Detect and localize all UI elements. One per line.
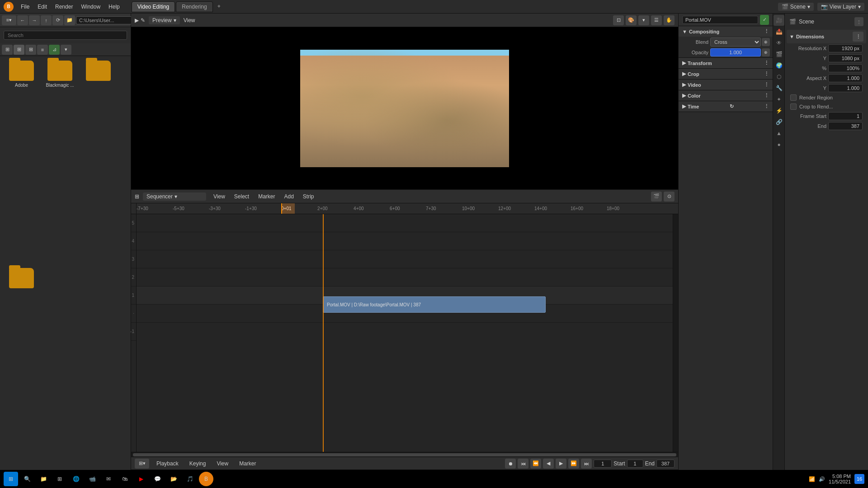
aspect-y-value[interactable]: 1.000: [828, 84, 863, 92]
menu-render[interactable]: Render: [52, 3, 76, 11]
props-icon-object[interactable]: ⬡: [774, 71, 784, 82]
taskbar-files-button[interactable]: 📁: [36, 472, 51, 486]
sequencer-mode-selector[interactable]: Sequencer ▾: [143, 192, 206, 201]
nav-back-button[interactable]: ←: [17, 15, 28, 25]
frame-start-value[interactable]: 1: [828, 112, 863, 120]
props-options-button[interactable]: ⋮: [854, 17, 863, 26]
taskbar-widgets-button[interactable]: ⊞: [52, 472, 67, 486]
time-header[interactable]: ▶ Time ↻ ⋮: [679, 101, 773, 112]
props-icon-world[interactable]: 🌍: [774, 60, 784, 71]
list-item[interactable]: Adobe: [5, 61, 38, 263]
blend-select[interactable]: Cross: [710, 38, 761, 47]
play-button[interactable]: ▶: [556, 459, 566, 469]
taskbar-meet-button[interactable]: 📹: [85, 472, 99, 486]
compositing-section-header[interactable]: ▼ Compositing ⋮: [679, 26, 773, 37]
timeline-editor-icon[interactable]: ⊞▾: [135, 459, 149, 469]
props-icon-particles[interactable]: ✦: [774, 94, 784, 105]
blender-logo-icon[interactable]: B: [4, 2, 14, 12]
props-icon-view[interactable]: 👁: [774, 38, 784, 48]
nav-up-button[interactable]: ↑: [41, 15, 52, 25]
nav-forward-button[interactable]: →: [29, 15, 40, 25]
list-item[interactable]: [5, 268, 38, 466]
list-item[interactable]: Blackmagic ...: [43, 61, 77, 263]
seq-menu-add[interactable]: Add: [281, 192, 297, 201]
taskbar-search-button[interactable]: 🔍: [20, 472, 34, 486]
taskbar-store-button[interactable]: 🛍: [118, 472, 132, 486]
taskbar-start-button[interactable]: ⊞: [4, 472, 18, 486]
dimensions-header[interactable]: ▼ Dimensions ⋮: [787, 30, 866, 43]
view-list-button[interactable]: ⊞: [2, 45, 13, 55]
step-forward-button[interactable]: ⏩: [568, 459, 579, 469]
timeline-view-menu[interactable]: View: [213, 460, 232, 468]
taskbar-mail-button[interactable]: ✉: [101, 472, 116, 486]
video-clip[interactable]: Portal.MOV | D:\Raw footage\Portal.MOV |…: [323, 296, 546, 313]
create-folder-button[interactable]: 📁: [64, 15, 75, 25]
end-frame-input[interactable]: [656, 460, 675, 468]
viewlayer-selector[interactable]: 📷 View Layer ▾: [817, 3, 864, 11]
video-header[interactable]: ▶ Video ⋮: [679, 80, 773, 90]
seq-menu-marker[interactable]: Marker: [255, 192, 278, 201]
percent-value[interactable]: 100%: [828, 64, 863, 72]
opacity-value[interactable]: 1.000: [710, 48, 761, 56]
display-channels-button[interactable]: 🎨: [626, 15, 637, 25]
play-begin-button[interactable]: ⏮: [518, 459, 528, 469]
props-icon-material[interactable]: ●: [774, 139, 784, 150]
timeline-marker-menu[interactable]: Marker: [236, 460, 259, 468]
timeline-playback-menu[interactable]: Playback: [153, 460, 182, 468]
props-icon-output[interactable]: 📤: [774, 26, 784, 37]
strip-name-input[interactable]: [682, 16, 758, 24]
props-icon-physics[interactable]: ⚡: [774, 105, 784, 116]
add-workspace-button[interactable]: +: [214, 1, 224, 12]
gizmo-button[interactable]: ✋: [664, 15, 675, 25]
editor-type-selector[interactable]: ▶ ✎: [135, 17, 145, 23]
props-icon-modifier[interactable]: 🔧: [774, 83, 784, 94]
zoom-fit-button[interactable]: ⊡: [613, 15, 624, 25]
view-label[interactable]: View: [184, 17, 195, 23]
view-options-button[interactable]: ⊞: [25, 45, 36, 55]
menu-window[interactable]: Window: [77, 3, 104, 11]
filter-button[interactable]: ⊿: [49, 45, 60, 55]
sort-button[interactable]: ≡: [37, 45, 48, 55]
timeline-keying-menu[interactable]: Keying: [186, 460, 210, 468]
seq-menu-view[interactable]: View: [210, 192, 229, 201]
render-region-checkbox[interactable]: [790, 94, 797, 101]
filter-options-button[interactable]: ▾: [61, 45, 71, 55]
taskbar-youtube-button[interactable]: ▶: [134, 472, 148, 486]
menu-edit[interactable]: Edit: [34, 3, 51, 11]
start-frame-input[interactable]: [627, 460, 643, 468]
props-icon-data[interactable]: ▲: [774, 128, 784, 139]
taskbar-discord-button[interactable]: 💬: [150, 472, 165, 486]
seq-overlay-button[interactable]: ⊙: [664, 192, 675, 202]
aspect-x-value[interactable]: 1.000: [828, 74, 863, 82]
record-button[interactable]: ⏺: [505, 459, 516, 469]
play-end-button[interactable]: ⏭: [581, 459, 592, 469]
list-item[interactable]: [81, 61, 115, 263]
horizontal-scrollbar[interactable]: [131, 452, 678, 457]
scene-selector[interactable]: 🎬 Scene ▾: [778, 3, 814, 11]
res-y-value[interactable]: 1080 px: [828, 54, 863, 62]
display-options-button[interactable]: ▾: [638, 15, 649, 25]
nav-refresh-button[interactable]: ⟳: [52, 15, 63, 25]
crop-header[interactable]: ▶ Crop ⋮: [679, 69, 773, 79]
vertical-scrollbar[interactable]: [673, 214, 678, 452]
nav-editor-type-button[interactable]: ≡▾: [2, 15, 16, 25]
res-x-value[interactable]: 1920 px: [828, 44, 863, 52]
taskbar-files2-button[interactable]: 📂: [166, 472, 181, 486]
dimensions-options-button[interactable]: ⋮: [853, 32, 863, 42]
strip-check-button[interactable]: ✓: [760, 15, 769, 25]
tab-video-editing[interactable]: Video Editing: [132, 1, 175, 12]
props-icon-render[interactable]: 🎥: [774, 15, 784, 26]
transform-header[interactable]: ▶ Transform ⋮: [679, 58, 773, 68]
overlay-button[interactable]: ☰: [651, 15, 662, 25]
preview-mode-selector[interactable]: Preview ▾: [149, 16, 180, 24]
props-icon-scene[interactable]: 🎬: [774, 49, 784, 60]
taskbar-audio-button[interactable]: 🎵: [183, 472, 197, 486]
search-input[interactable]: [4, 31, 127, 40]
taskbar-browser-button[interactable]: 🌐: [69, 472, 83, 486]
menu-help[interactable]: Help: [105, 3, 123, 11]
menu-file[interactable]: File: [17, 3, 33, 11]
end-value[interactable]: 387: [828, 122, 863, 130]
seq-display-button[interactable]: 🎬: [651, 192, 662, 202]
taskbar-blender-button[interactable]: B: [199, 472, 213, 486]
crop-to-rend-checkbox[interactable]: [790, 103, 797, 110]
